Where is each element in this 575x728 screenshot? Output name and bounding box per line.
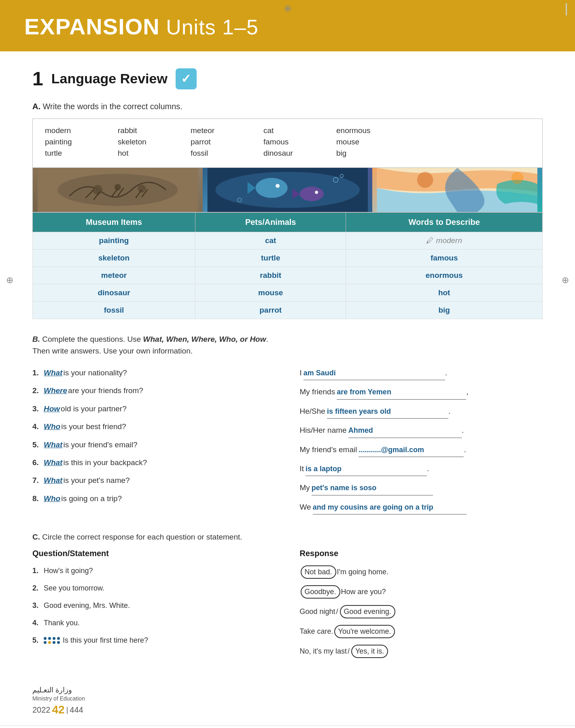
response-grid: Question/Statement 1. How's it going? 2.… [32,549,543,661]
cell-fossil: fossil [33,302,195,319]
table-row: meteor rabbit enormous [33,267,543,284]
activity-b: B. Complete the questions. Use What, Whe… [32,334,543,517]
qa-text-7: is your pet's name? [63,474,129,487]
wb-parrot: parrot [191,138,231,146]
qa-text-6: is this in your backpack? [63,457,147,469]
qa-answer-8: We and my cousins are going on a trip [300,498,543,517]
section-number: 1 [32,68,43,90]
wb-big: big [336,149,377,158]
circled-goodbye: Goodbye. [301,585,340,599]
response-a4: Take care. You're welcome. [300,622,543,641]
cell-turtle: turtle [195,250,346,267]
qa-answer-2: My friends are from Yemen , [300,383,543,402]
qa-num-7: 7. [32,474,44,487]
svg-point-15 [299,187,323,201]
header-title: EXPANSION Units 1–5 [24,11,551,40]
section-label: Language Review [51,71,168,87]
qa-text-3: old is your partner? [61,403,127,415]
response-a2: Goodbye. How are you? [300,582,543,602]
ministry-logo: وزارة التعـليم Ministry of Education 202… [32,686,85,716]
circled-notbad: Not bad. [301,565,336,579]
top-right-line [566,3,567,15]
cell-cat: cat [195,232,346,250]
svg-point-14 [276,184,280,188]
response-questions: Question/Statement 1. How's it going? 2.… [32,549,276,661]
svg-point-12 [215,172,360,208]
table-row: skeleton turtle famous [33,250,543,267]
qa-grid: 1. What is your nationality? 2. Where ar… [32,364,543,517]
response-a5: No, it's my last / Yes, it is. [300,641,543,661]
wb-rabbit: rabbit [118,126,158,135]
word-bank-row-3: turtle hot fossil dinosaur big [45,149,530,158]
col-museum: Museum Items [33,213,195,232]
qa-num-1: 1. [32,367,44,379]
qa-item-3: 3. How old is your partner? [32,400,276,418]
svg-point-4 [138,185,146,193]
wb-famous: famous [263,138,304,146]
qa-item-2: 2. Where are your friends from? [32,382,276,400]
svg-point-22 [511,172,524,184]
qa-wh-8: Who [44,493,60,505]
qa-item-8: 8. Who is going on a trip? [32,490,276,508]
image-fish [203,168,373,212]
main-content: 1 Language Review ✓ A. Write the words i… [0,51,575,728]
qa-num-3: 3. [32,403,44,415]
activity-a: A. Write the words in the correct column… [32,102,543,319]
cell-skeleton: skeleton [33,250,195,267]
table-row: painting cat modern [33,232,543,250]
qa-text-2: are your friends from? [68,385,143,397]
qa-wh-2: Where [44,385,67,397]
circled-youre-welcome: You're welcome. [334,625,395,638]
wb-painting: painting [45,138,85,146]
word-bank-row-2: painting skeleton parrot famous mouse [45,138,530,146]
image-strip [32,168,543,212]
page-info: 2022 42 | 444 [32,703,85,716]
qa-num-5: 5. [32,439,44,451]
qa-wh-7: What [44,474,62,487]
qa-filled-2: are from Yemen [337,388,391,396]
cell-parrot: parrot [195,302,346,319]
cell-famous: famous [346,250,543,267]
activity-c: C. Circle the correct response for each … [32,533,543,661]
ministry-english-text: Ministry of Education [32,695,85,702]
qa-filled-8: and my cousins are going on a trip [313,503,433,511]
left-margin-marker: ⊕ [6,275,13,286]
qa-num-8: 8. [32,493,44,505]
cell-modern: modern [346,232,543,250]
table-row: dinosaur mouse hot [33,284,543,302]
qa-item-6: 6. What is this in your backpack? [32,454,276,472]
qa-answer-3: He/She is fifteen years old . [300,402,543,421]
svg-point-21 [417,172,433,188]
response-answers: Response Not bad. I'm going home. Goodby… [300,549,543,661]
response-header: Response [300,549,543,558]
cell-hot: hot [346,284,543,302]
qa-answer-4: His/Her name Ahmed . [300,421,543,440]
response-a1: Not bad. I'm going home. [300,562,543,582]
cell-dinosaur: dinosaur [33,284,195,302]
col-pets: Pets/Animals [195,213,346,232]
qa-item-4: 4. Who is your best friend? [32,418,276,436]
image-color [372,168,542,212]
wb-hot: hot [118,149,158,158]
qa-answer-7: My pet's name is soso [300,479,543,498]
response-q4: 4. Thank you. [32,614,276,632]
bottom-meta: SG_01_COMBO_TEXT_2022.indb 42 ⊕ 13/4/22 … [0,726,575,728]
wb-dinosaur: dinosaur [263,149,304,158]
col-describe: Words to Describe [346,213,543,232]
qa-wh-6: What [44,457,62,469]
response-q5: 5. Is this your first time here? [32,632,276,649]
qa-num-6: 6. [32,457,44,469]
circled-yes-it-is: Yes, it is. [351,645,388,658]
wb-modern: modern [45,126,85,135]
qa-filled-4: Ahmed [348,426,373,434]
section-title: 1 Language Review ✓ [32,68,543,90]
qa-filled-1: am Saudi [303,369,336,377]
qa-num-4: 4. [32,421,44,433]
qa-text-4: is your best friend? [61,421,126,433]
wb-meteor: meteor [191,126,231,135]
word-bank: modern rabbit meteor cat enormous painti… [32,119,543,168]
qa-wh-3: How [44,403,60,415]
qa-text-1: is your nationality? [63,367,127,379]
qa-item-1: 1. What is your nationality? [32,364,276,382]
qa-num-2: 2. [32,385,44,397]
